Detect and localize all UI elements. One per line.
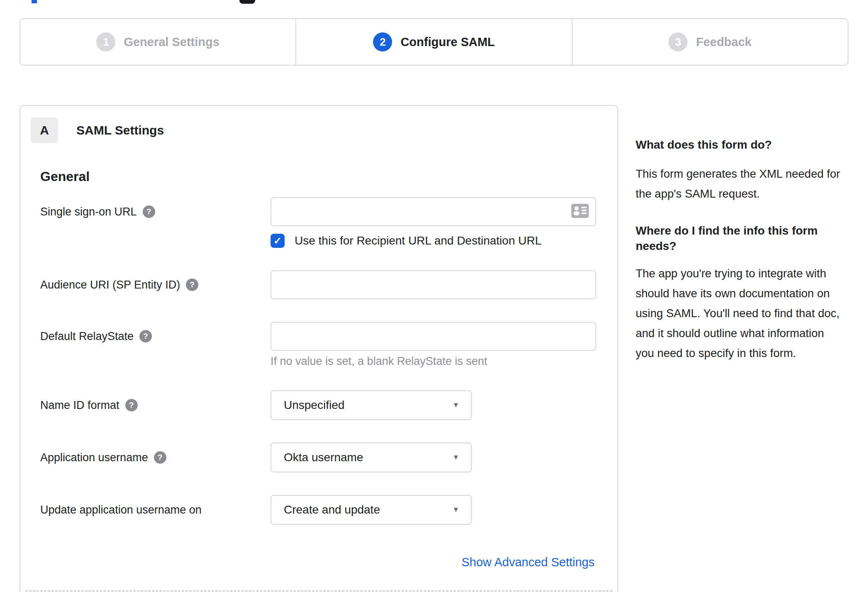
field-control: Unspecified ▼: [271, 390, 472, 420]
name-id-format-select[interactable]: Unspecified ▼: [271, 390, 472, 420]
form-rows: Single sign-on URL ?: [20, 197, 617, 525]
row-application-username: Application username ? Okta username ▼: [20, 443, 617, 472]
chevron-down-icon: ▼: [452, 506, 459, 514]
field-label: Audience URI (SP Entity ID) ?: [40, 270, 271, 299]
step-number-badge: 2: [373, 32, 392, 51]
audience-uri-input[interactable]: [271, 270, 596, 299]
step-label: Feedback: [696, 35, 751, 49]
section-dashed-divider: [25, 590, 612, 592]
field-label: Name ID format ?: [40, 390, 271, 420]
help-icon[interactable]: ?: [154, 451, 166, 464]
audience-uri-label: Audience URI (SP Entity ID): [40, 279, 180, 291]
single-sign-on-url-label: Single sign-on URL: [40, 205, 137, 218]
application-username-select[interactable]: Okta username ▼: [271, 443, 472, 472]
row-default-relaystate: Default RelayState ? If no value is set,…: [20, 322, 617, 368]
recipient-url-checkbox[interactable]: ✓: [271, 234, 285, 248]
saml-settings-card: A SAML Settings General Single sign-on U…: [20, 105, 618, 592]
field-label: Update application username on: [40, 495, 271, 525]
default-relaystate-input[interactable]: [271, 322, 596, 351]
step-configure-saml[interactable]: 2 Configure SAML: [295, 19, 571, 65]
card-header: A SAML Settings: [31, 117, 617, 143]
single-sign-on-url-input-wrap: [271, 197, 596, 226]
recipient-url-checkbox-row: ✓ Use this for Recipient URL and Destina…: [271, 234, 596, 248]
chevron-down-icon: ▼: [452, 453, 459, 462]
application-username-label: Application username: [40, 451, 148, 464]
field-control: [271, 270, 596, 299]
step-feedback[interactable]: 3 Feedback: [572, 19, 848, 65]
general-section-title: General: [40, 169, 617, 184]
field-control: Okta username ▼: [271, 443, 472, 472]
field-control: Create and update ▼: [271, 495, 472, 525]
update-application-username-select[interactable]: Create and update ▼: [271, 495, 472, 525]
help-panel: What does this form do? This form genera…: [636, 137, 845, 363]
show-advanced-settings-link[interactable]: Show Advanced Settings: [461, 555, 595, 569]
card-title: SAML Settings: [76, 123, 164, 137]
section-a-badge: A: [31, 117, 58, 143]
field-label: Default RelayState ?: [40, 322, 271, 351]
step-label: General Settings: [124, 35, 219, 49]
help-icon[interactable]: ?: [125, 399, 138, 411]
cutoff-title-accent: [32, 0, 37, 3]
help-paragraph-2: The app you're trying to integrate with …: [636, 264, 845, 363]
row-audience-uri: Audience URI (SP Entity ID) ?: [20, 270, 617, 299]
step-number-badge: 1: [96, 32, 115, 51]
help-icon[interactable]: ?: [139, 330, 152, 342]
help-icon[interactable]: ?: [186, 279, 198, 291]
wizard-stepper: 1 General Settings 2 Configure SAML 3 Fe…: [20, 18, 848, 66]
field-label: Application username ?: [40, 443, 271, 472]
step-number-badge: 3: [668, 32, 688, 51]
relaystate-helper-text: If no value is set, a blank RelayState i…: [271, 355, 596, 368]
select-value: Okta username: [284, 451, 363, 464]
field-control: ✓ Use this for Recipient URL and Destina…: [271, 197, 596, 248]
row-update-application-username: Update application username on Create an…: [20, 495, 617, 525]
help-heading-2: Where do I find the info this form needs…: [636, 223, 845, 254]
recipient-url-checkbox-label: Use this for Recipient URL and Destinati…: [295, 234, 541, 247]
row-single-sign-on-url: Single sign-on URL ?: [20, 197, 617, 248]
help-paragraph-1: This form generates the XML needed for t…: [636, 164, 845, 204]
row-name-id-format: Name ID format ? Unspecified ▼: [20, 390, 617, 420]
help-heading-1: What does this form do?: [636, 137, 845, 152]
default-relaystate-label: Default RelayState: [40, 330, 134, 343]
update-application-username-label: Update application username on: [40, 504, 202, 516]
field-control: If no value is set, a blank RelayState i…: [271, 322, 596, 368]
advanced-settings-row: Show Advanced Settings: [20, 555, 617, 569]
chevron-down-icon: ▼: [452, 401, 459, 409]
contact-card-icon: [571, 204, 589, 220]
help-icon[interactable]: ?: [143, 205, 155, 218]
cutoff-logo-fragment: [239, 0, 255, 4]
single-sign-on-url-input[interactable]: [271, 197, 596, 226]
field-label: Single sign-on URL ?: [40, 197, 271, 226]
select-value: Create and update: [284, 503, 380, 516]
select-value: Unspecified: [284, 399, 344, 412]
step-general-settings[interactable]: 1 General Settings: [20, 19, 295, 65]
name-id-format-label: Name ID format: [40, 399, 119, 412]
step-label: Configure SAML: [400, 35, 495, 49]
